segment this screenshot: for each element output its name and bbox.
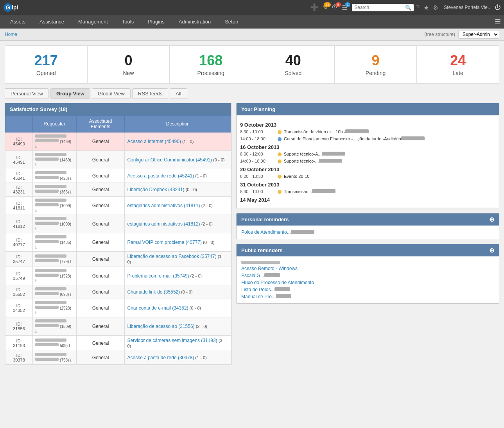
description-link[interactable]: Configurar Office Communicator (45491) [127, 157, 212, 163]
info-icon[interactable]: ℹ [70, 292, 72, 297]
settings-icon[interactable]: ⚙ [431, 3, 440, 12]
messages-icon[interactable]: ☰ 1 [340, 3, 349, 12]
public-reminder-blurred [241, 260, 494, 265]
help-icon[interactable]: ? [414, 3, 421, 12]
stat-late[interactable]: 24 Late [417, 46, 499, 83]
tab-all[interactable]: All [170, 88, 187, 99]
table-row: ID:35749 (1523) ℹGeneralProblema com e-m… [5, 267, 231, 285]
personal-reminders-content: Polos de Atendimento... [237, 226, 499, 239]
description-link[interactable]: Ramal VOIP com problema (40777) [127, 240, 202, 245]
nav-assets[interactable]: Assets [3, 15, 32, 29]
description-link[interactable]: Liberação de acesso ao (31556) [127, 324, 194, 329]
desc-extra: (2 - 0) [189, 274, 202, 278]
table-row: ID:34352 (2523) ℹGeneralCriar conta de e… [5, 299, 231, 317]
home-link[interactable]: Home [5, 32, 17, 37]
desc-extra: (0 - 0) [202, 240, 214, 245]
personal-reminders-add-icon[interactable]: ⊕ [489, 216, 494, 223]
hamburger-icon[interactable]: ☰ [495, 18, 501, 26]
planning-item-text[interactable]: Suporte técnico-A... [284, 152, 345, 156]
info-icon[interactable]: ℹ [70, 260, 72, 264]
col-id [5, 115, 33, 132]
description-link[interactable]: estagiários administrativos (41812) [127, 221, 200, 227]
stat-new-label: New [91, 70, 166, 76]
row-id: ID:35749 [5, 267, 33, 285]
public-reminders-add-icon[interactable]: ⊕ [489, 247, 494, 254]
public-reminder-item[interactable]: Fluxo do Processo de Atendimento [241, 279, 494, 286]
row-associated: General [76, 351, 125, 364]
info-icon[interactable]: ℹ [35, 245, 37, 249]
nav-administration[interactable]: Administration [172, 15, 218, 29]
survey-panel: Satisfaction Survey (18) Requester Assoc… [5, 103, 231, 365]
description-link[interactable]: Chamado link de (35552) [127, 289, 180, 295]
nav-setup[interactable]: Setup [218, 15, 245, 29]
description-link[interactable]: Problema com e-mail (35749) [127, 273, 189, 279]
description-link[interactable]: Acesso a pasta de rede (45241) [127, 173, 194, 179]
description-link[interactable]: Acesso a pasta de rede (30378) [127, 355, 194, 360]
planning-header: Your Planning [237, 103, 499, 115]
planning-item-text[interactable]: Evento 20-10 [284, 174, 309, 179]
tasks-icon[interactable]: ✎ 11 [321, 3, 329, 12]
info-icon[interactable]: ℹ [70, 190, 72, 194]
info-icon[interactable]: ℹ [35, 279, 37, 283]
row-requester: (1523) ℹ [33, 267, 77, 285]
nav-assistance[interactable]: Assistance [32, 15, 71, 29]
planning-item-text[interactable]: Curso de Planejamento Financeiro - ...çã… [284, 136, 425, 141]
description-link[interactable]: Acesso à internet (45490) [127, 139, 181, 144]
tab-global-view[interactable]: Global View [92, 88, 131, 99]
description-link[interactable]: Criar conta de e-mail (34352) [127, 305, 188, 311]
planning-item-text[interactable]: Transmissão de vídeo er... 10h - [284, 129, 369, 134]
planning-item: 14:00 - 18:00Suporte técnico-... [240, 159, 495, 163]
row-requester: (1435) ℹ [33, 233, 77, 251]
row-associated: General [76, 169, 125, 183]
info-icon[interactable]: ℹ [69, 344, 70, 348]
row-associated: General [76, 285, 125, 299]
info-icon[interactable]: ℹ [35, 163, 37, 167]
clock-icon[interactable]: ⏱ 5 [330, 3, 339, 12]
planning-panel: Your Planning 9 October 20138:30 - 10:00… [236, 103, 499, 208]
row-description: Liberação de acesso ao Facebook (35747) … [125, 251, 231, 267]
planning-item-text[interactable]: Transmissão... [284, 189, 335, 194]
info-icon[interactable]: ℹ [35, 144, 37, 149]
public-reminder-item[interactable]: Manual de Pro... [241, 293, 494, 300]
row-requester: (366) ℹ [33, 183, 77, 196]
stat-pending[interactable]: 9 Pending [335, 46, 417, 83]
power-icon[interactable]: ⏻ [495, 4, 501, 11]
role-select[interactable]: Super-Admin [458, 30, 499, 39]
row-description: Criar conta de e-mail (34352) (0 - 0) [125, 299, 231, 317]
stat-opened[interactable]: 217 Opened [5, 46, 88, 83]
info-icon[interactable]: ℹ [35, 208, 37, 213]
app-logo[interactable]: G lpi [3, 1, 27, 14]
stat-processing-number: 168 [174, 53, 248, 68]
info-icon[interactable]: ℹ [35, 311, 37, 315]
stat-new[interactable]: 0 New [88, 46, 170, 83]
nav-management[interactable]: Management [71, 15, 115, 29]
tab-group-view[interactable]: Group View [50, 88, 90, 99]
description-link[interactable]: estagiários administrativos (41811) [127, 203, 200, 208]
tab-personal-view[interactable]: Personal View [5, 88, 49, 99]
add-icon[interactable]: ➕ [308, 2, 320, 13]
stat-processing[interactable]: 168 Processing [170, 46, 252, 83]
public-reminder-item[interactable]: Lista de Pólos... [241, 286, 494, 293]
description-link[interactable]: Servidor de câmeras sem imagens (31193) [127, 338, 217, 343]
nav-plugins[interactable]: Plugins [141, 15, 172, 29]
description-link[interactable]: Liberação Dropbox (43231) [127, 187, 184, 192]
planning-item-text[interactable]: Suporte técnico-... [284, 159, 342, 163]
info-icon[interactable]: ℹ [70, 176, 72, 181]
info-icon[interactable]: ℹ [35, 329, 37, 333]
info-icon[interactable]: ℹ [70, 358, 72, 362]
left-panel: Satisfaction Survey (18) Requester Assoc… [5, 103, 231, 365]
search-input[interactable] [354, 5, 405, 10]
stat-solved[interactable]: 40 Solved [252, 46, 335, 83]
description-link[interactable]: Liberação de acesso ao Facebook (35747) [127, 254, 216, 259]
public-reminder-item[interactable]: Escala G... [241, 272, 494, 279]
info-icon[interactable]: ℹ [35, 227, 37, 231]
search-icon[interactable]: 🔍 [405, 5, 411, 11]
personal-reminder-item[interactable]: Polos de Atendimento... [241, 229, 494, 236]
nav-tools[interactable]: Tools [115, 15, 141, 29]
favorites-icon[interactable]: ★ [422, 3, 430, 12]
tab-rss-feeds[interactable]: RSS feeds [132, 88, 168, 99]
row-id: ID:45491 [5, 150, 33, 169]
planning-time: 8:30 - 10:00 [240, 129, 275, 134]
public-reminder-item[interactable]: Acesso Remoto - Windows [241, 265, 494, 272]
personal-reminders-header: Personal reminders ⊕ [237, 213, 499, 226]
